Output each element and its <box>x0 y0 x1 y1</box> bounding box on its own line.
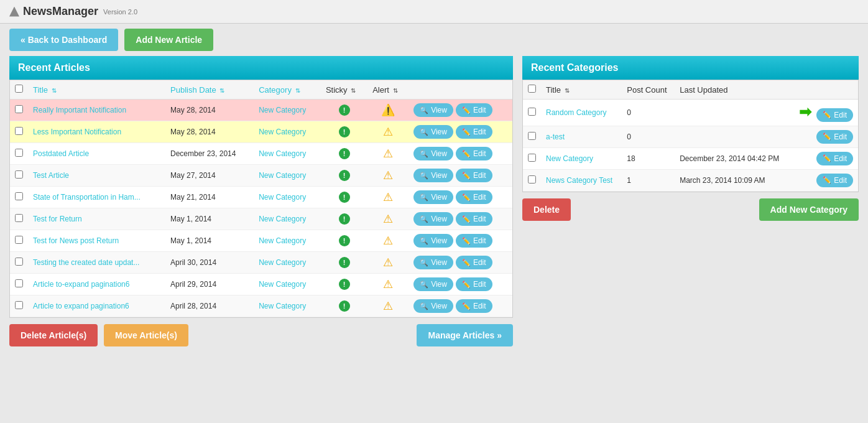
category-checkbox[interactable] <box>528 154 536 162</box>
category-actions-cell: ➡✏️ Edit <box>790 100 858 126</box>
edit-article-button[interactable]: ✏️ Edit <box>456 299 492 313</box>
add-new-category-button[interactable]: Add New Category <box>759 198 859 221</box>
categories-table: Title ⇅ Post Count Last Updated Random C… <box>523 80 858 192</box>
article-alert-cell: ⚠ <box>367 143 409 165</box>
category-checkbox[interactable] <box>528 108 536 116</box>
article-checkbox[interactable] <box>15 301 23 309</box>
delete-category-button[interactable]: Delete <box>522 198 571 221</box>
select-all-articles-checkbox[interactable] <box>15 85 23 93</box>
article-date-cell: April 28, 2014 <box>165 295 254 317</box>
edit-category-button[interactable]: ✏️ Edit <box>816 152 853 165</box>
logo-area: NewsManager Version 2.0 <box>9 5 859 18</box>
category-checkbox[interactable] <box>528 132 536 140</box>
sticky-sort-icon[interactable]: ⇅ <box>351 87 356 94</box>
view-article-button[interactable]: 🔍 View <box>413 190 453 204</box>
article-title-link[interactable]: Test for News post Return <box>33 236 119 245</box>
article-checkbox[interactable] <box>15 258 23 266</box>
edit-article-button[interactable]: ✏️ Edit <box>456 234 492 248</box>
edit-category-button[interactable]: ✏️ Edit <box>816 130 853 144</box>
article-title-link[interactable]: Test Article <box>33 171 69 180</box>
edit-article-button[interactable]: ✏️ Edit <box>456 103 492 117</box>
article-checkbox[interactable] <box>15 170 23 179</box>
back-to-dashboard-button[interactable]: « Back to Dashboard <box>9 29 118 51</box>
view-article-button[interactable]: 🔍 View <box>413 103 453 117</box>
category-title-link[interactable]: Random Category <box>546 108 606 117</box>
view-article-button[interactable]: 🔍 View <box>413 169 453 182</box>
pencil-icon: ✏️ <box>462 215 471 223</box>
articles-title-header: Title <box>33 85 48 95</box>
article-checkbox[interactable] <box>15 127 23 135</box>
move-articles-button[interactable]: Move Article(s) <box>104 324 188 346</box>
article-title-link[interactable]: Less Important Notification <box>33 128 121 136</box>
article-actions-cell: 🔍 View✏️ Edit <box>409 187 512 208</box>
article-checkbox[interactable] <box>15 236 23 244</box>
search-icon: 🔍 <box>420 150 428 158</box>
edit-article-button[interactable]: ✏️ Edit <box>456 277 492 291</box>
delete-articles-button[interactable]: Delete Article(s) <box>9 324 98 346</box>
articles-alert-col[interactable]: Alert ⇅ <box>367 80 409 100</box>
article-title-link[interactable]: Test for Return <box>33 215 82 223</box>
articles-category-col[interactable]: Category ⇅ <box>254 80 321 100</box>
view-article-button[interactable]: 🔍 View <box>413 212 453 226</box>
sticky-icon: ! <box>339 300 350 312</box>
edit-article-button[interactable]: ✏️ Edit <box>456 212 492 226</box>
article-category-link[interactable]: New Category <box>259 149 306 158</box>
category-title-link[interactable]: a-test <box>546 132 565 141</box>
article-category-link[interactable]: New Category <box>259 171 306 180</box>
manage-articles-button[interactable]: Manage Articles » <box>417 324 513 346</box>
view-article-button[interactable]: 🔍 View <box>413 277 453 291</box>
article-category-link[interactable]: New Category <box>259 280 306 289</box>
search-icon: 🔍 <box>420 128 428 136</box>
edit-article-button[interactable]: ✏️ Edit <box>456 147 492 160</box>
view-article-button[interactable]: 🔍 View <box>413 125 453 139</box>
add-new-article-button[interactable]: Add New Article <box>124 29 213 51</box>
articles-date-col[interactable]: Publish Date ⇅ <box>165 80 254 100</box>
article-title-cell: Postdated Article <box>28 143 165 165</box>
article-checkbox[interactable] <box>15 105 23 113</box>
articles-sticky-col[interactable]: Sticky ⇅ <box>321 80 367 100</box>
article-checkbox[interactable] <box>15 149 23 157</box>
view-article-button[interactable]: 🔍 View <box>413 256 453 269</box>
edit-category-button[interactable]: ✏️ Edit <box>816 108 853 122</box>
alert-sort-icon[interactable]: ⇅ <box>393 87 398 94</box>
article-category-link[interactable]: New Category <box>259 258 306 267</box>
sticky-icon: ! <box>339 192 350 203</box>
article-checkbox[interactable] <box>15 214 23 222</box>
title-sort-icon[interactable]: ⇅ <box>52 87 57 94</box>
edit-article-button[interactable]: ✏️ Edit <box>456 169 492 182</box>
category-title-link[interactable]: New Category <box>546 154 593 163</box>
select-all-categories-checkbox[interactable] <box>528 85 536 93</box>
article-title-link[interactable]: State of Transportation in Ham... <box>33 193 141 202</box>
article-checkbox[interactable] <box>15 279 23 287</box>
article-title-link[interactable]: Article to-expand pagination6 <box>33 280 129 289</box>
article-title-link[interactable]: Article to expand pagination6 <box>33 302 129 310</box>
article-category-link[interactable]: New Category <box>259 215 306 223</box>
articles-title-col[interactable]: Title ⇅ <box>28 80 165 100</box>
view-article-button[interactable]: 🔍 View <box>413 234 453 248</box>
article-title-cell: Really Important Notification <box>28 100 165 121</box>
article-category-link[interactable]: New Category <box>259 106 306 114</box>
category-checkbox[interactable] <box>528 175 536 184</box>
view-article-button[interactable]: 🔍 View <box>413 147 453 160</box>
edit-category-button[interactable]: ✏️ Edit <box>816 174 853 187</box>
article-category-link[interactable]: New Category <box>259 302 306 310</box>
article-category-link[interactable]: New Category <box>259 193 306 202</box>
cat-title-sort-icon[interactable]: ⇅ <box>565 87 570 94</box>
category-title-link[interactable]: News Category Test <box>546 176 612 185</box>
article-title-link[interactable]: Testing the created date updat... <box>33 258 139 267</box>
article-category-link[interactable]: New Category <box>259 236 306 245</box>
edit-article-button[interactable]: ✏️ Edit <box>456 190 492 204</box>
article-checkbox[interactable] <box>15 192 23 200</box>
edit-article-button[interactable]: ✏️ Edit <box>456 256 492 269</box>
article-title-link[interactable]: Really Important Notification <box>33 106 126 114</box>
articles-sticky-header: Sticky <box>326 85 348 95</box>
category-sort-icon[interactable]: ⇅ <box>295 87 300 94</box>
categories-title-col[interactable]: Title ⇅ <box>541 80 622 100</box>
article-title-link[interactable]: Postdated Article <box>33 149 89 158</box>
view-article-button[interactable]: 🔍 View <box>413 299 453 313</box>
article-category-link[interactable]: New Category <box>259 128 306 136</box>
edit-article-button[interactable]: ✏️ Edit <box>456 125 492 139</box>
date-sort-icon[interactable]: ⇅ <box>219 87 224 94</box>
categories-actions-col <box>790 80 858 100</box>
categories-table-header-row: Title ⇅ Post Count Last Updated <box>523 80 858 100</box>
